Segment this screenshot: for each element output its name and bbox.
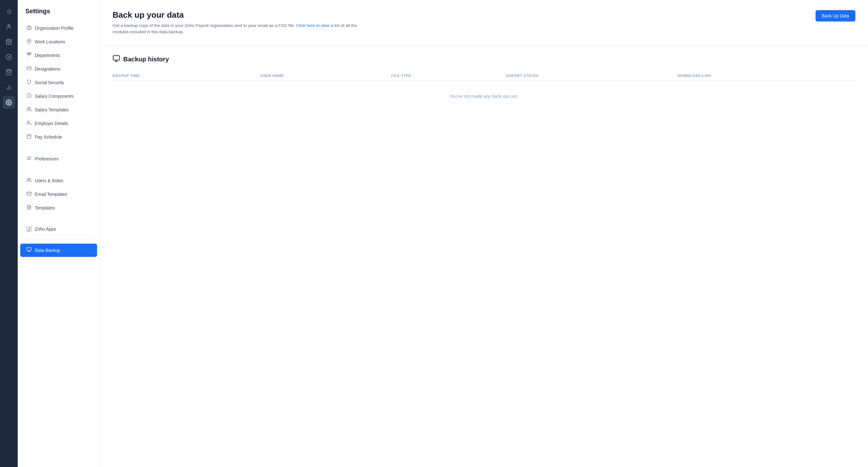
sidebar-label: Data Backup (35, 248, 60, 253)
check-circle-icon[interactable] (3, 51, 15, 63)
page-header: Back up your data Get a backup copy of t… (113, 10, 855, 35)
section-divider (100, 46, 868, 46)
divider-1 (23, 148, 94, 148)
employer-details-icon (27, 120, 32, 126)
sidebar-label: Organization Profile (35, 26, 74, 31)
sidebar-section-3: Users & Roles Email Templates Templates (18, 172, 99, 216)
sidebar-item-preferences[interactable]: Preferences (20, 152, 97, 166)
svg-rect-15 (27, 67, 31, 69)
clock-icon[interactable]: ⊙ (3, 5, 15, 18)
bar-chart-icon[interactable] (3, 81, 15, 94)
sidebar-item-pay-schedule[interactable]: Pay Schedule (20, 130, 97, 144)
svg-point-27 (28, 178, 29, 180)
divider-3 (23, 218, 94, 219)
sidebar-label: Zoho Apps (35, 227, 56, 232)
page-header-text: Back up your data Get a backup copy of t… (113, 10, 365, 35)
templates-icon (27, 205, 32, 211)
sidebar-item-salary-components[interactable]: Salary Components (20, 90, 97, 103)
calendar-check-icon[interactable] (3, 35, 15, 48)
export-status-col-header: EXPORT STATUS (506, 70, 678, 81)
file-type-col-header: FILE TYPE (391, 70, 506, 81)
bag-icon[interactable] (3, 66, 15, 79)
backup-history-section: Backup history BACKUP TIME USER NAME FIL… (113, 55, 855, 111)
social-security-icon (27, 80, 32, 86)
org-profile-icon (27, 25, 32, 31)
svg-rect-30 (27, 248, 31, 251)
svg-point-0 (8, 24, 10, 27)
work-locations-icon (27, 38, 32, 45)
sidebar-label: Pay Schedule (35, 135, 62, 140)
click-here-link[interactable]: Click here to view (296, 23, 330, 28)
sidebar-item-employer-details[interactable]: Employer Details (20, 117, 97, 130)
svg-point-19 (28, 121, 29, 122)
email-templates-icon (27, 191, 32, 198)
divider-4 (23, 239, 94, 239)
sidebar-item-designations[interactable]: Designations (20, 62, 97, 76)
zoho-apps-icon: Z (27, 227, 32, 232)
sidebar-item-email-templates[interactable]: Email Templates (20, 187, 97, 201)
backup-history-title: Backup history (113, 55, 855, 64)
salary-templates-icon (27, 107, 32, 113)
main-content: Back up your data Get a backup copy of t… (100, 0, 868, 467)
svg-rect-10 (27, 27, 31, 29)
sidebar-item-data-backup[interactable]: Data Backup (20, 244, 97, 257)
sidebar-label: Preferences (35, 156, 59, 162)
gear-icon[interactable] (3, 96, 15, 109)
backup-history-heading: Backup history (123, 56, 169, 63)
svg-rect-1 (7, 39, 11, 44)
page-title: Back up your data (113, 10, 365, 20)
table-header: BACKUP TIME USER NAME FILE TYPE EXPORT S… (113, 70, 855, 81)
sidebar-section-4: Z Zoho Apps (18, 222, 99, 237)
sidebar-item-templates[interactable]: Templates (20, 201, 97, 214)
sidebar-label: Employer Details (35, 121, 68, 126)
sidebar-title: Settings (18, 0, 99, 20)
users-roles-icon (27, 177, 32, 184)
backup-time-col-header: BACKUP TIME (113, 70, 260, 81)
departments-icon (27, 52, 32, 59)
sidebar-item-departments[interactable]: Departments (20, 49, 97, 62)
sidebar-label: Departments (35, 53, 60, 58)
preferences-icon (27, 156, 32, 162)
sidebar-item-social-security[interactable]: Social Security (20, 76, 97, 89)
sidebar-label: Salary Templates (35, 107, 69, 112)
sidebar-item-salary-templates[interactable]: Salary Templates (20, 103, 97, 116)
back-up-data-button[interactable]: Back Up Data (815, 10, 855, 22)
salary-components-icon (27, 93, 32, 99)
sidebar-section-1: Organization Profile Work Locations Depa… (18, 20, 99, 145)
svg-point-18 (28, 107, 29, 109)
svg-point-11 (28, 40, 30, 41)
sidebar: Settings Organization Profile Work Locat… (18, 0, 100, 467)
sidebar-label: Users & Roles (35, 178, 63, 183)
sidebar-label: Designations (35, 66, 60, 71)
page-description: Get a backup copy of the data in your Zo… (113, 23, 365, 35)
sidebar-item-org-profile[interactable]: Organization Profile (20, 22, 97, 35)
designations-icon (27, 66, 32, 72)
divider-2 (23, 170, 94, 170)
sidebar-label: Templates (35, 205, 55, 210)
sidebar-item-work-locations[interactable]: Work Locations (20, 35, 97, 49)
table-body: You've not made any back-ups yet. (113, 81, 855, 111)
backup-history-icon (113, 55, 120, 64)
download-link-col-header: DOWNLOAD LINK (678, 70, 855, 81)
page-description-text: Get a backup copy of the data in your Zo… (113, 23, 295, 28)
empty-row: You've not made any back-ups yet. (113, 81, 855, 111)
user-name-col-header: USER NAME (260, 70, 391, 81)
sidebar-section-2: Preferences (18, 151, 99, 167)
backup-history-table: BACKUP TIME USER NAME FILE TYPE EXPORT S… (113, 70, 855, 111)
icon-bar: ⊙ (0, 0, 18, 467)
person-icon[interactable] (3, 20, 15, 33)
sidebar-item-users-roles[interactable]: Users & Roles (20, 174, 97, 187)
sidebar-section-5: Data Backup (18, 242, 99, 259)
sidebar-item-zoho-apps[interactable]: Z Zoho Apps (20, 223, 97, 235)
svg-rect-33 (113, 56, 120, 60)
sidebar-label: Salary Components (35, 94, 74, 99)
pay-schedule-icon (27, 134, 32, 140)
sidebar-label: Work Locations (35, 39, 65, 44)
svg-point-9 (8, 102, 10, 104)
empty-message: You've not made any back-ups yet. (113, 81, 855, 111)
svg-rect-20 (27, 135, 31, 139)
sidebar-label: Social Security (35, 80, 64, 85)
data-backup-icon (27, 247, 32, 254)
sidebar-label: Email Templates (35, 192, 67, 197)
